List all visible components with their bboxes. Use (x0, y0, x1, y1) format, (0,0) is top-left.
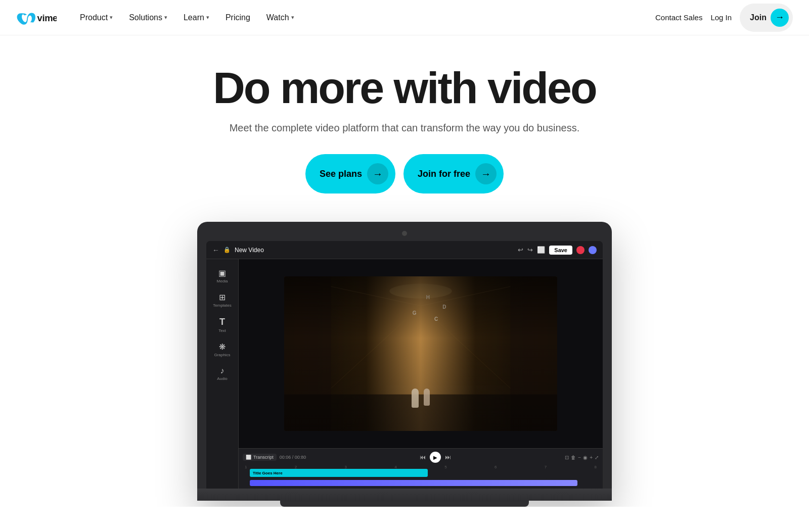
skip-back-button[interactable]: ⏮ (420, 454, 426, 461)
hero-subtitle: Meet the complete video platform that ca… (230, 122, 580, 134)
laptop-body: ← 🔒 New Video ↩ ↪ ⬜ Save (197, 222, 612, 501)
laptop-base (197, 489, 612, 501)
lock-icon: 🔒 (223, 247, 231, 253)
nav-menu: Product ▾ Solutions ▾ Learn ▾ Pricing Wa… (73, 9, 655, 26)
editor-main: H G D C (239, 259, 603, 489)
chevron-down-icon: ▾ (110, 14, 113, 21)
hero-section: Do more with video Meet the complete vid… (0, 35, 809, 507)
transcript-icon: ⬜ (246, 455, 251, 460)
redo-icon[interactable]: ↪ (527, 246, 533, 254)
see-plans-arrow-icon: → (367, 163, 388, 184)
laptop-mockup: ← 🔒 New Video ↩ ↪ ⬜ Save (197, 222, 612, 507)
join-button[interactable]: Join → (740, 4, 793, 32)
graphics-icon: ❋ (219, 342, 226, 352)
svg-text:vimeo: vimeo (37, 13, 57, 23)
zoom-in-icon[interactable]: + (590, 455, 593, 460)
captions-icon[interactable]: ⬜ (537, 246, 545, 254)
transcript-badge[interactable]: ⬜ Transcript (243, 454, 277, 461)
templates-icon: ⊞ (219, 293, 226, 302)
expand-icon[interactable]: ⤢ (595, 455, 599, 460)
editor-topbar: ← 🔒 New Video ↩ ↪ ⬜ Save (206, 241, 603, 259)
media-icon: ▣ (218, 268, 226, 278)
nav-item-watch[interactable]: Watch ▾ (259, 9, 301, 26)
editor-app: ← 🔒 New Video ↩ ↪ ⬜ Save (206, 241, 603, 489)
join-free-button[interactable]: Join for free → (403, 154, 504, 194)
editor-body: ▣ Media ⊞ Templates T Text (206, 259, 603, 489)
sidebar-tool-graphics[interactable]: ❋ Graphics (209, 339, 236, 360)
audio-icon: ♪ (220, 366, 224, 375)
camera-notch (402, 231, 407, 236)
chevron-down-icon: ▾ (206, 14, 209, 21)
video-preview: H G D C (284, 276, 557, 431)
join-arrow-icon: → (771, 9, 789, 27)
save-button[interactable]: Save (549, 246, 572, 255)
navbar-right: Contact Sales Log In Join → (655, 4, 793, 32)
chevron-down-icon: ▾ (291, 14, 294, 21)
nav-item-solutions[interactable]: Solutions ▾ (122, 9, 174, 26)
text-icon: T (219, 317, 225, 327)
join-free-arrow-icon: → (475, 163, 497, 184)
navbar: vimeo Product ▾ Solutions ▾ Learn ▾ Pric… (0, 0, 809, 35)
hero-buttons: See plans → Join for free → (305, 154, 504, 194)
sidebar-tool-templates[interactable]: ⊞ Templates (209, 289, 236, 311)
undo-icon[interactable]: ↩ (518, 246, 523, 254)
sidebar-tool-text[interactable]: T Text (209, 314, 236, 336)
editor-timeline: ⬜ Transcript 00:06 / 00:80 ⏮ ▶ ⏭ (239, 448, 603, 489)
play-button[interactable]: ▶ (430, 452, 441, 463)
zoom-out-icon[interactable]: − (578, 455, 581, 460)
chevron-down-icon: ▾ (164, 14, 167, 21)
skip-forward-button[interactable]: ⏭ (445, 454, 451, 461)
share-button[interactable] (589, 246, 597, 254)
fit-icon[interactable]: ⊡ (565, 455, 569, 460)
corridor-scene: H G D C (284, 276, 557, 431)
hero-title: Do more with video (213, 66, 596, 110)
editor-canvas: H G D C (239, 259, 603, 448)
laptop-screen: ← 🔒 New Video ↩ ↪ ⬜ Save (206, 241, 603, 489)
laptop-foot (280, 501, 529, 507)
contact-sales-link[interactable]: Contact Sales (655, 13, 702, 22)
logo[interactable]: vimeo (16, 11, 57, 25)
timeline-track-area: 1 2 3 4 5 6 7 8 (243, 465, 599, 486)
timeline-time: 00:06 / 00:80 (280, 455, 306, 460)
nav-item-pricing[interactable]: Pricing (218, 9, 257, 26)
delete-icon[interactable]: 🗑 (571, 455, 576, 460)
sidebar-tool-audio[interactable]: ♪ Audio (209, 363, 236, 384)
nav-item-learn[interactable]: Learn ▾ (176, 9, 216, 26)
editor-sidebar: ▣ Media ⊞ Templates T Text (206, 259, 239, 489)
back-button[interactable]: ← (212, 246, 219, 254)
nav-item-product[interactable]: Product ▾ (73, 9, 120, 26)
zoom-slider[interactable]: ◉ (583, 455, 588, 460)
editor-title: New Video (235, 247, 264, 254)
record-button[interactable] (576, 246, 585, 254)
timeline-clip[interactable]: Title Goes Here (250, 469, 428, 477)
login-link[interactable]: Log In (710, 13, 732, 22)
sidebar-tool-media[interactable]: ▣ Media (209, 265, 236, 286)
see-plans-button[interactable]: See plans → (305, 154, 395, 194)
timeline-main-track[interactable] (250, 480, 577, 486)
